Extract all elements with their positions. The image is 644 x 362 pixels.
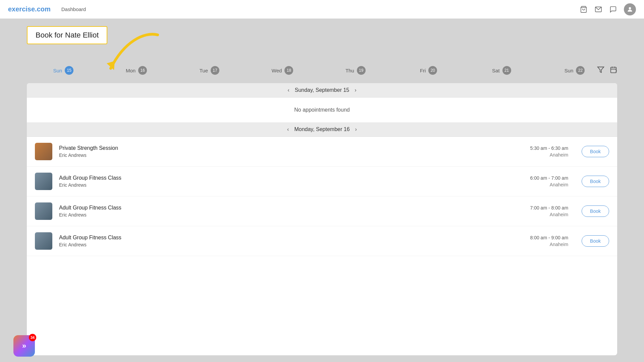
monday-next-btn[interactable]: › (355, 126, 357, 132)
monday-header: ‹ Monday, September 16 › (27, 122, 617, 137)
calendar-strip: Sun 15 Mon 16 Tue 17 Wed 18 Thu 19 Fri 2… (0, 62, 644, 79)
apt-info-2: Adult Group Fitness Class Eric Andrews (59, 175, 530, 188)
apt-time-loc-2: 6:00 am - 7:00 am Anaheim (530, 175, 568, 187)
sunday-prev-btn[interactable]: ‹ (287, 87, 289, 93)
apt-title-3: Adult Group Fitness Class (59, 205, 530, 211)
filter-icon[interactable] (597, 66, 604, 75)
toolbar-icons (597, 62, 617, 79)
apt-time-loc-3: 7:00 am - 8:00 am Anaheim (530, 205, 568, 217)
svg-point-2 (629, 7, 631, 9)
apt-time-3: 7:00 am - 8:00 am (530, 205, 568, 210)
nav-dashboard[interactable]: Dashboard (61, 6, 86, 12)
apt-info-1: Private Strength Session Eric Andrews (59, 145, 530, 158)
book-button-4[interactable]: Book (582, 235, 609, 247)
day-sat-21[interactable]: Sat 21 (465, 66, 538, 75)
mail-icon[interactable] (594, 5, 602, 13)
logo: exercise.com (8, 5, 51, 13)
apt-location-2: Anaheim (530, 182, 568, 187)
apt-location-4: Anaheim (530, 242, 568, 247)
apt-time-loc-1: 5:30 am - 6:30 am Anaheim (530, 145, 568, 158)
day-tue-17[interactable]: Tue 17 (173, 66, 246, 75)
apt-trainer-2: Eric Andrews (59, 182, 530, 188)
appointments-area: ‹ Sunday, September 15 › No appointments… (27, 83, 617, 355)
apt-location-1: Anaheim (530, 152, 568, 158)
sunday-title: Sunday, September 15 (295, 87, 349, 93)
apt-trainer-3: Eric Andrews (59, 212, 530, 218)
apt-title-2: Adult Group Fitness Class (59, 175, 530, 181)
avatar[interactable] (624, 3, 636, 15)
table-row: Private Strength Session Eric Andrews 5:… (27, 137, 617, 167)
book-button-1[interactable]: Book (582, 146, 609, 157)
apt-time-1: 5:30 am - 6:30 am (530, 145, 568, 151)
logo-text: exercise. (8, 5, 37, 13)
apt-time-4: 8:00 am - 9:00 am (530, 235, 568, 240)
calendar-icon[interactable] (610, 66, 617, 75)
arrow-annotation (104, 28, 178, 90)
day-sun-15[interactable]: Sun 15 (27, 66, 100, 75)
apt-trainer-1: Eric Andrews (59, 153, 530, 158)
no-appointments-sunday: No appointments found (27, 98, 617, 122)
apt-title-4: Adult Group Fitness Class (59, 235, 530, 241)
apt-info-4: Adult Group Fitness Class Eric Andrews (59, 235, 530, 247)
apt-time-loc-4: 8:00 am - 9:00 am Anaheim (530, 235, 568, 247)
book-button-2[interactable]: Book (582, 176, 609, 187)
header-icons (580, 3, 636, 15)
apt-thumb-4 (35, 232, 52, 250)
monday-prev-btn[interactable]: ‹ (287, 126, 289, 132)
bag-icon[interactable] (580, 5, 588, 13)
book-button-3[interactable]: Book (582, 205, 609, 217)
chat-icon[interactable] (609, 5, 617, 13)
table-row: Adult Group Fitness Class Eric Andrews 8… (27, 226, 617, 256)
taskbar-chevrons-icon: » (22, 342, 26, 350)
apt-thumb-2 (35, 173, 52, 190)
apt-thumb-1 (35, 143, 52, 160)
day-thu-19[interactable]: Thu 19 (319, 66, 392, 75)
book-for-label: Book for Nate Elliot (27, 26, 107, 44)
taskbar-item[interactable]: 34 » (13, 335, 35, 357)
apt-info-3: Adult Group Fitness Class Eric Andrews (59, 205, 530, 218)
logo-com: com (37, 5, 51, 13)
monday-title: Monday, September 16 (294, 126, 350, 132)
apt-title-1: Private Strength Session (59, 145, 530, 151)
svg-marker-4 (598, 67, 604, 73)
day-wed-18[interactable]: Wed 18 (246, 66, 319, 75)
apt-thumb-3 (35, 202, 52, 220)
apt-trainer-4: Eric Andrews (59, 242, 530, 247)
day-fri-20[interactable]: Fri 20 (392, 66, 465, 75)
main-content: Book for Nate Elliot Su (0, 19, 644, 362)
sunday-next-btn[interactable]: › (355, 87, 356, 93)
table-row: Adult Group Fitness Class Eric Andrews 6… (27, 167, 617, 196)
apt-location-3: Anaheim (530, 212, 568, 217)
header: exercise.com Dashboard (0, 0, 644, 19)
apt-time-2: 6:00 am - 7:00 am (530, 175, 568, 181)
book-for-label-container: Book for Nate Elliot (27, 26, 107, 44)
svg-rect-5 (611, 67, 616, 73)
table-row: Adult Group Fitness Class Eric Andrews 7… (27, 196, 617, 226)
taskbar-badge: 34 (29, 334, 36, 341)
